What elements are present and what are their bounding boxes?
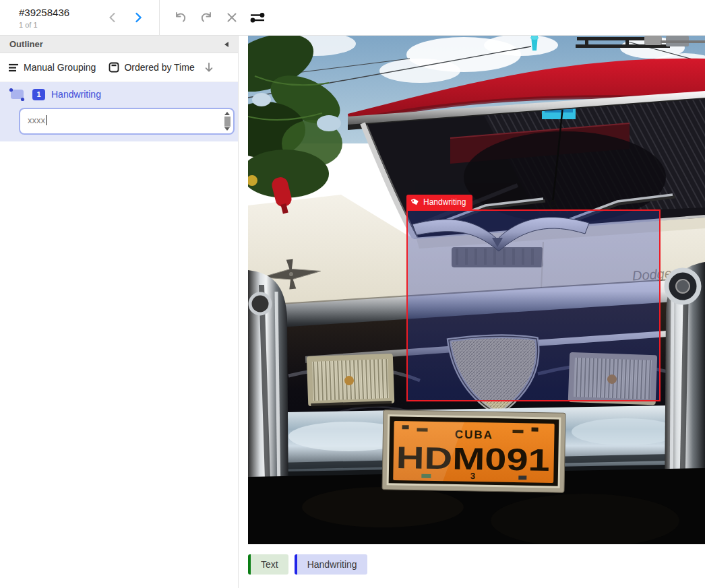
- card-icon: [109, 62, 119, 73]
- sort-direction-button[interactable]: [204, 62, 214, 73]
- region-text-value: xxxx: [28, 115, 45, 125]
- region-index-badge: 1: [32, 89, 45, 100]
- label-text: Text: [261, 559, 278, 570]
- close-icon: [226, 11, 238, 24]
- ordering-label: Ordered by Time: [124, 62, 194, 73]
- region-label: Handwriting: [51, 89, 101, 100]
- chevron-left-icon: [106, 11, 119, 24]
- region-tag[interactable]: Handwriting: [406, 195, 472, 209]
- grouping-button[interactable]: Manual Grouping: [8, 62, 96, 73]
- triangle-left-icon: [223, 41, 230, 48]
- label-buttons: Text Handwriting: [248, 554, 367, 575]
- delete-region-button[interactable]: [219, 5, 245, 30]
- bbox-region-icon: [8, 88, 26, 102]
- label-button-text[interactable]: Text: [248, 554, 288, 575]
- text-caret: [46, 115, 47, 125]
- outliner-header: Outliner: [0, 36, 238, 53]
- redo-button[interactable]: [193, 5, 219, 30]
- outliner-title: Outliner: [9, 39, 43, 49]
- sliders-icon: [249, 11, 266, 24]
- scrollbar-thumb[interactable]: [224, 117, 231, 127]
- plate-suffix-text: 3: [470, 471, 475, 481]
- scroll-up-icon[interactable]: [224, 112, 230, 115]
- region-selection-block: 1 Handwriting xxxx: [0, 82, 238, 141]
- photo-fog-light-left: [307, 354, 395, 409]
- task-info: #39258436 1 of 1: [0, 7, 101, 29]
- region-tag-label: Handwriting: [423, 197, 466, 207]
- label-button-handwriting[interactable]: Handwriting: [295, 554, 367, 575]
- task-id: #39258436: [19, 7, 101, 19]
- arrow-down-icon: [204, 62, 214, 73]
- bounding-box-region[interactable]: [406, 209, 661, 401]
- label-text: Handwriting: [307, 559, 357, 570]
- tag-icon: [411, 198, 419, 206]
- chevron-right-icon: [132, 11, 144, 24]
- undo-icon: [173, 11, 188, 24]
- prev-task-button[interactable]: [101, 6, 124, 29]
- redo-icon: [199, 11, 214, 24]
- settings-button[interactable]: [245, 5, 270, 30]
- photo-license-plate: CUBA HDM091 3: [382, 410, 565, 493]
- undo-button[interactable]: [168, 5, 193, 30]
- outliner-panel: Outliner Manual Grouping Ordered by Time: [0, 36, 239, 588]
- grouping-icon: [8, 63, 19, 72]
- region-text-input[interactable]: xxxx: [19, 108, 235, 135]
- outliner-controls: Manual Grouping Ordered by Time: [0, 53, 238, 82]
- top-toolbar: #39258436 1 of 1: [0, 0, 705, 36]
- textarea-scrollbar[interactable]: [222, 110, 232, 132]
- task-counter: 1 of 1: [19, 21, 101, 29]
- next-task-button[interactable]: [127, 6, 150, 29]
- toolbar-divider: [159, 0, 160, 36]
- grouping-label: Manual Grouping: [24, 62, 96, 73]
- region-list-item[interactable]: 1 Handwriting: [0, 82, 238, 106]
- scroll-down-icon[interactable]: [224, 127, 230, 131]
- ordering-button[interactable]: Ordered by Time: [109, 62, 194, 73]
- annotation-canvas[interactable]: 12: [248, 36, 705, 544]
- collapse-panel-button[interactable]: [223, 41, 230, 48]
